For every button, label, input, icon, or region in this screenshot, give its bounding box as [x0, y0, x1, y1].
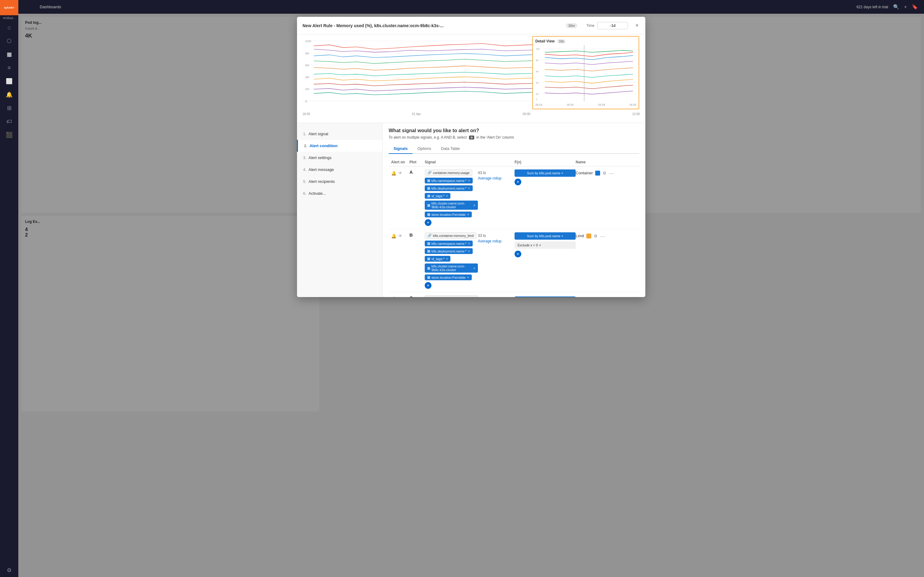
tab-signals[interactable]: Signals: [389, 144, 412, 154]
detail-xaxis: 16:14 16:16 16:18 16:20: [535, 103, 636, 106]
filter-namespace-b[interactable]: ▦ k8s.namespace.name:* ×: [425, 240, 473, 247]
more-icon-c[interactable]: ⋯: [616, 297, 621, 297]
bell-icon-b[interactable]: 🔔: [391, 234, 396, 239]
detail-badge: 10s: [557, 39, 565, 44]
signal-tabs: Signals Options Data Table: [389, 144, 639, 154]
name-text-a: Container: [576, 171, 593, 175]
step-6-number: 6.: [303, 191, 307, 196]
sidebar-alert[interactable]: 🔔: [3, 89, 15, 101]
tab-data-table[interactable]: Data Table: [436, 144, 465, 154]
sidebar-widget[interactable]: ⊞: [3, 102, 15, 114]
eye-icon-b[interactable]: 👁: [398, 234, 402, 239]
sidebar-dashboard[interactable]: ▦: [3, 48, 15, 60]
svg-text:60: 60: [305, 64, 309, 66]
sidebar-tag[interactable]: 🏷: [3, 115, 15, 127]
step-activate[interactable]: 6. Activate...: [297, 187, 382, 199]
filter-sftags-b[interactable]: ▦ sf_tags:* ×: [425, 256, 451, 262]
add-filter-btn-a[interactable]: +: [425, 219, 431, 226]
signal-main-b[interactable]: 🔗 k8s.container.memory_limit: [425, 232, 477, 239]
signals-table: Alert on Plot Signal F(x) Name 🔔 👁: [389, 158, 639, 297]
filter-namespace-a[interactable]: ▦ k8s.namespace.name:* ×: [425, 178, 473, 184]
xaxis-label-3: 06:00: [523, 112, 530, 116]
sidebar-monitor[interactable]: ⬜: [3, 75, 15, 87]
sidebar-settings[interactable]: ⚙: [3, 564, 15, 576]
signal-row-b: 🔔 👁 B 🔗 k8s.container.memory_limit: [389, 229, 639, 292]
filter-location-a[interactable]: ▦ store.location:Ferndale ×: [425, 211, 472, 218]
filter-location-b[interactable]: ▦ store.location:Ferndale ×: [425, 274, 472, 280]
filters-row-a2: ▦ k8s.deployment.name:* × ▦ sf_tags:* ×: [425, 185, 478, 199]
step-4-label: Alert message: [309, 167, 334, 172]
add-analytics-btn-c[interactable]: Add analytics: [515, 297, 576, 297]
add-fx-btn-b[interactable]: +: [515, 251, 521, 257]
eye-icon-a[interactable]: 👁: [398, 171, 402, 176]
sidebar-list[interactable]: ≡: [3, 62, 15, 74]
filter-deployment-a[interactable]: ▦ k8s.deployment.name:* ×: [425, 185, 473, 191]
bell-icon-c[interactable]: 🔔: [391, 297, 396, 297]
more-icon-a[interactable]: ⋯: [609, 171, 614, 176]
filters-row-b3: ▦ k8s.cluster.name:ocm-9b8c-k3s-cluster …: [425, 263, 478, 272]
time-label: Time: [586, 24, 594, 28]
search-icon[interactable]: 🔍: [893, 4, 899, 10]
filter-cluster-a[interactable]: ▦ k8s.cluster.name:ocm-9b8c-k3s-cluster …: [425, 201, 478, 210]
modal-title: New Alert Rule - Memory used (%), k8s.cl…: [302, 23, 563, 28]
svg-text:20: 20: [305, 88, 309, 91]
filters-row-b1: ▦ k8s.namespace.name:* ×: [425, 240, 478, 247]
add-fx-btn-a[interactable]: +: [515, 179, 521, 185]
close-button[interactable]: ×: [634, 21, 640, 30]
step-alert-message[interactable]: 4. Alert message: [297, 164, 382, 176]
gear-icon-a[interactable]: ⚙: [603, 171, 607, 176]
signal-main-a[interactable]: 🔗 container.memory.usage: [425, 169, 472, 176]
step-alert-settings[interactable]: 3. Alert settings: [297, 152, 382, 164]
breadcrumb-dashboards: Dashboards: [40, 5, 61, 9]
more-icon-b[interactable]: ⋯: [600, 234, 605, 239]
detail-chart-svg: 100 80 60 40 20 0: [535, 45, 636, 102]
avg-rollup-b[interactable]: Average rollup: [478, 238, 515, 243]
sidebar-storage[interactable]: ⬛: [3, 129, 15, 141]
detail-view-header: Detail View 10s: [535, 39, 636, 44]
step-alert-recipients[interactable]: 5. Alert recipients: [297, 176, 382, 187]
avg-rollup-a[interactable]: Average rollup: [478, 175, 515, 181]
add-filter-btn-b[interactable]: +: [425, 282, 431, 289]
exclude-btn-b[interactable]: Exclude x < 0 ×: [515, 242, 576, 249]
filters-row-b2: ▦ k8s.deployment.name:* × ▦ sf_tags:* ×: [425, 248, 478, 262]
name-cell-b: Limit ⚙ ⋯: [576, 232, 637, 239]
gear-icon-b[interactable]: ⚙: [594, 234, 598, 239]
eye-icon-c[interactable]: 👁: [398, 297, 402, 297]
filter-deployment-b[interactable]: ▦ k8s.deployment.name:* ×: [425, 248, 473, 254]
add-icon[interactable]: +: [904, 4, 907, 10]
color-swatch-b: [586, 234, 591, 239]
sum-by-pod-btn-b[interactable]: Sum by k8s.pod.name ×: [515, 232, 576, 240]
sidebar-network[interactable]: ⬡: [3, 35, 15, 47]
header-extra: Name: [576, 160, 637, 164]
time-input[interactable]: [598, 22, 628, 29]
step-1-label: Alert signal: [309, 132, 328, 136]
signal-content-b: 🔗 k8s.container.memory_limit ▦ k8s.names…: [425, 232, 478, 289]
filter-sftags-a[interactable]: ▦ sf_tags:* ×: [425, 193, 451, 199]
ts-count-a: 43 ts: [478, 169, 515, 175]
header-name: F(x): [515, 160, 576, 164]
bookmark-icon[interactable]: 🔖: [912, 4, 918, 10]
modal-badge: 30m: [566, 23, 577, 28]
svg-text:40: 40: [536, 82, 538, 84]
section-subtitle: To alert on multiple signals, e.g. A AND…: [389, 135, 639, 140]
step-alert-condition[interactable]: 2. Alert condition: [297, 140, 382, 152]
section-title: What signal would you like to alert on?: [389, 128, 639, 134]
logo[interactable]: splunk>: [0, 0, 18, 15]
formula-pill-c[interactable]: ▦ A/B*100: [425, 295, 478, 297]
header-fx: [478, 160, 515, 164]
filter-cluster-b[interactable]: ▦ k8s.cluster.name:ocm-9b8c-k3s-cluster …: [425, 263, 478, 272]
step-alert-signal[interactable]: 1. Alert signal: [297, 128, 382, 140]
bell-icon-a[interactable]: 🔔: [391, 171, 396, 176]
svg-text:0: 0: [536, 98, 537, 101]
filters-row-b4: ▦ store.location:Ferndale × +: [425, 274, 478, 289]
chart-section: 100 80 60 40 20 0: [297, 34, 645, 123]
gear-icon-c[interactable]: ⚙: [610, 297, 614, 297]
sidebar-home[interactable]: ⌂: [3, 21, 15, 34]
tab-options[interactable]: Options: [412, 144, 436, 154]
sum-by-pod-btn-a[interactable]: Sum by k8s.pod.name ×: [515, 169, 576, 177]
modal-overlay: New Alert Rule - Memory used (%), k8s.cl…: [18, 14, 924, 577]
header-plot: Plot: [409, 160, 425, 164]
alert-on-c: 🔔 👁: [391, 295, 409, 297]
step-5-number: 5.: [303, 179, 307, 184]
step-1-number: 1.: [303, 132, 307, 136]
